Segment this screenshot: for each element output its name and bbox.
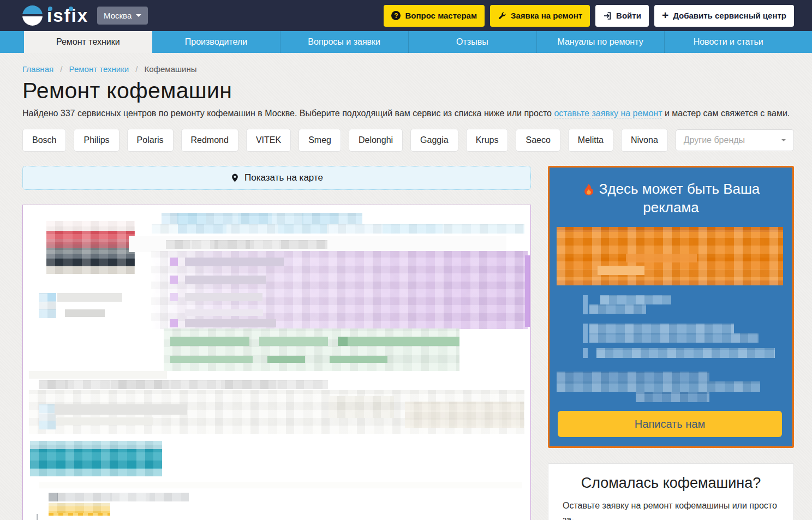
blurred-ad-line — [557, 381, 760, 392]
brand-button-krups[interactable]: Krups — [466, 129, 509, 152]
advertisement-card[interactable]: Здесь может быть Ваша реклама Написать н… — [548, 166, 794, 448]
info-card-title: Сломалась кофемашина? — [563, 475, 779, 492]
blurred-text-line — [185, 258, 284, 266]
main-nav: Ремонт техники Производители Вопросы и з… — [0, 31, 812, 53]
ad-title: Здесь может быть Ваша реклама — [563, 180, 779, 217]
page: { "colors": { "header_bg": "#262c43", "n… — [0, 0, 812, 520]
blurred-band — [39, 482, 522, 488]
blurred-cell — [47, 293, 56, 301]
breadcrumb: Главная / Ремонт техники / Кофемашины — [22, 64, 794, 74]
brand-button-philips[interactable]: Philips — [74, 129, 119, 152]
brand-button-vitek[interactable]: VITEK — [246, 129, 291, 152]
tab-manuals[interactable]: Мануалы по ремонту — [536, 31, 665, 53]
blurred-text-line — [185, 319, 276, 327]
flame-icon — [582, 183, 595, 196]
chevron-down-icon — [781, 139, 786, 141]
blurred-ad-line — [589, 333, 759, 343]
blurred-ad-line — [600, 295, 671, 304]
blurred-green-chunk — [338, 337, 459, 346]
service-center-card — [22, 205, 531, 520]
login-icon — [603, 11, 612, 20]
logo-dot-icon — [69, 7, 73, 11]
tab-questions[interactable]: Вопросы и заявки — [280, 31, 408, 53]
blurred-green-panel — [164, 328, 459, 371]
brand-button-polaris[interactable]: Polaris — [127, 129, 174, 152]
city-selector[interactable]: Москва — [97, 7, 148, 25]
blurred-chunk — [329, 396, 394, 418]
blurred-green-chunk — [330, 356, 387, 363]
blurred-bullet — [170, 319, 178, 327]
page-title: Ремонт кофемашин — [22, 78, 794, 104]
show-on-map-button[interactable]: Показать на карте — [22, 166, 531, 190]
blurred-ad-line — [636, 392, 709, 402]
other-brands-select[interactable]: Другие бренды — [676, 129, 794, 151]
logo-text: isfix — [47, 7, 88, 25]
map-pin-icon — [230, 172, 240, 183]
tab-reviews[interactable]: Отзывы — [408, 31, 536, 53]
blurred-ad-line — [596, 348, 775, 358]
blurred-ad-logo-highlight — [598, 266, 644, 275]
logo-dot-icon — [48, 7, 52, 11]
tab-news[interactable]: Новости и статьи — [664, 31, 792, 53]
blurred-ad-line — [589, 304, 646, 314]
main-content: Главная / Ремонт техники / Кофемашины Ре… — [0, 64, 812, 520]
chevron-down-icon — [136, 14, 141, 17]
blurred-chunk — [405, 402, 524, 428]
brand-button-gaggia[interactable]: Gaggia — [410, 129, 458, 152]
plus-icon: + — [662, 9, 668, 21]
blurred-text-line — [166, 240, 327, 249]
contact-us-button[interactable]: Написать нам — [558, 411, 782, 437]
intro-text: Найдено 337 сервисных центров по ремонту… — [22, 109, 794, 118]
info-card-body-line: Оставьте заявку на ремонт кофемашины или… — [563, 499, 779, 520]
brand-button-melitta[interactable]: Melitta — [568, 129, 613, 152]
add-service-center-button[interactable]: + Добавить сервисный центр — [654, 5, 794, 27]
blurred-ad-line — [557, 372, 709, 381]
blurred-bullet — [170, 276, 178, 284]
tab-manufacturers[interactable]: Производители — [152, 31, 280, 53]
brand-button-saeco[interactable]: Saeco — [516, 129, 560, 152]
brand-button-nivona[interactable]: Nivona — [621, 129, 668, 152]
blurred-title-line — [162, 213, 362, 224]
show-on-map-label: Показать на карте — [244, 172, 323, 183]
blurred-bullet — [170, 293, 178, 301]
breadcrumb-repair[interactable]: Ремонт техники — [69, 64, 129, 74]
login-button[interactable]: Войти — [595, 5, 649, 27]
other-brands-placeholder: Другие бренды — [684, 135, 745, 145]
blurred-text-line — [65, 309, 105, 317]
breadcrumb-current: Кофемашины — [145, 64, 197, 74]
blurred-green-chunk — [170, 356, 253, 363]
tab-repair[interactable]: Ремонт техники — [24, 31, 152, 53]
brand-button-smeg[interactable]: Smeg — [298, 129, 341, 152]
city-label: Москва — [104, 11, 132, 20]
logo[interactable]: isfix — [22, 5, 88, 26]
blurred-ad-bullet — [583, 348, 588, 358]
header-actions: ? Вопрос мастерам Заявка на ремонт Войти… — [384, 5, 794, 27]
repair-request-button[interactable]: Заявка на ремонт — [490, 5, 590, 27]
logo-icon — [22, 5, 43, 26]
blurred-text-line — [39, 380, 328, 389]
blurred-teal-button — [30, 441, 162, 476]
ask-masters-label: Вопрос мастерам — [405, 11, 477, 20]
blurred-bullet — [170, 258, 178, 266]
blurred-band — [29, 371, 167, 379]
brand-filter-row: Bosch Philips Polaris Redmond VITEK Smeg… — [22, 129, 794, 152]
blurred-ad-bullet — [583, 324, 588, 343]
leave-request-link[interactable]: оставьте заявку на ремонт — [554, 109, 662, 118]
blurred-text-line — [185, 276, 266, 284]
blurred-title-line — [152, 224, 524, 234]
brand-button-redmond[interactable]: Redmond — [181, 129, 238, 152]
ask-masters-button[interactable]: ? Вопрос мастерам — [384, 5, 485, 27]
blurred-ad-bullet — [583, 295, 588, 314]
blurred-text-line — [57, 417, 153, 425]
blurred-green-chunk — [267, 356, 305, 363]
repair-request-label: Заявка на ремонт — [511, 11, 582, 20]
blurred-logo — [46, 221, 135, 274]
intro-before: Найдено 337 сервисных центров по ремонту… — [22, 109, 554, 118]
brand-button-bosch[interactable]: Bosch — [22, 129, 66, 152]
info-card-body: Оставьте заявку на ремонт кофемашины или… — [563, 499, 779, 520]
blurred-text-line — [57, 293, 122, 302]
brand-button-delonghi[interactable]: Delonghi — [349, 129, 403, 152]
breadcrumb-home[interactable]: Главная — [22, 64, 53, 74]
blurred-ad-logo-highlight — [626, 254, 697, 262]
intro-after: и мастер сам свяжется с вами. — [662, 109, 790, 118]
